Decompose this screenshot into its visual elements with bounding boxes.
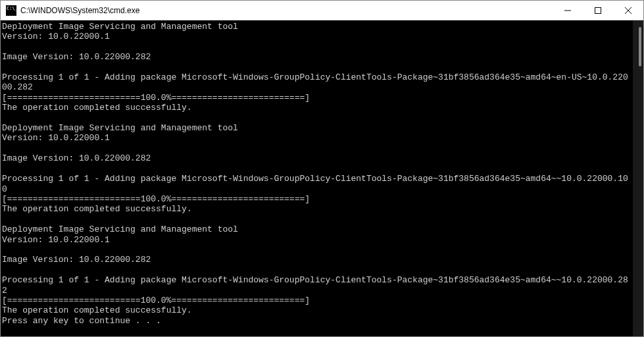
close-icon — [625, 7, 632, 14]
minimize-button[interactable] — [553, 1, 583, 20]
window-title: C:\WINDOWS\System32\cmd.exe — [20, 6, 139, 15]
console-area: Deployment Image Servicing and Managemen… — [1, 20, 643, 336]
maximize-button[interactable] — [583, 1, 613, 20]
window-titlebar[interactable]: C:\WINDOWS\System32\cmd.exe — [1, 1, 643, 20]
maximize-icon — [595, 7, 601, 14]
minimize-icon — [564, 7, 571, 14]
scrollbar-thumb[interactable] — [639, 27, 641, 66]
vertical-scrollbar[interactable] — [633, 20, 643, 336]
cmd-icon — [6, 5, 16, 16]
console-output[interactable]: Deployment Image Servicing and Managemen… — [1, 20, 633, 336]
svg-rect-1 — [595, 7, 601, 13]
close-button[interactable] — [613, 1, 643, 20]
